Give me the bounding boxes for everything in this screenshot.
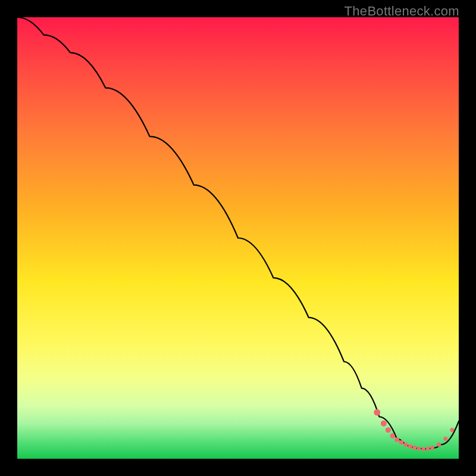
bottleneck-curve-path [17, 17, 459, 449]
marker-dot [426, 447, 430, 451]
marker-dot [374, 409, 380, 416]
marker-dot [437, 443, 441, 447]
marker-dot [408, 444, 412, 449]
curve-layer [17, 17, 459, 459]
chart-stage: TheBottleneck.com [0, 0, 476, 476]
marker-dot [412, 446, 416, 450]
marker-dot [403, 443, 408, 447]
marker-dot [430, 446, 434, 450]
marker-dot [381, 421, 387, 427]
marker-dot [417, 447, 421, 451]
plot-area [17, 17, 459, 459]
marker-dot [390, 433, 395, 439]
marker-dot [421, 447, 425, 450]
marker-dot [394, 437, 399, 442]
marker-dot [450, 428, 454, 432]
marker-dot [443, 437, 447, 441]
marker-dot [399, 440, 404, 445]
marker-dot [386, 427, 391, 433]
